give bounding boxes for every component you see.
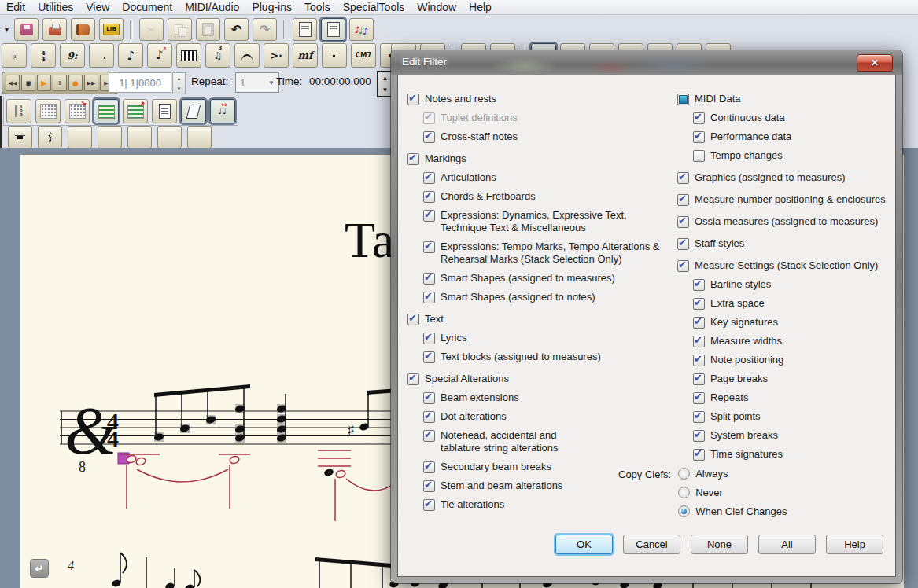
chord-tool-button[interactable]: CM7: [351, 43, 376, 68]
scroll-view-button[interactable]: [293, 18, 317, 41]
checkbox-checked[interactable]: [423, 292, 435, 303]
repeat-dropdown[interactable]: 1▼: [235, 72, 279, 93]
menu-plug-ins[interactable]: Plug-ins: [245, 1, 298, 13]
menu-specialtools[interactable]: SpecialTools: [337, 1, 411, 13]
checkbox-checked[interactable]: [407, 94, 419, 105]
cancel-button[interactable]: Cancel: [623, 535, 680, 554]
checkbox-checked[interactable]: [693, 317, 705, 329]
menu-edit[interactable]: Edit: [0, 1, 31, 13]
checkbox-checked[interactable]: [423, 112, 435, 124]
expression-tool-button[interactable]: mf: [293, 43, 318, 68]
filter-option[interactable]: Key signatures: [693, 316, 899, 329]
filter-option[interactable]: Cross-staff notes: [423, 130, 670, 143]
checkbox-checked[interactable]: [693, 430, 705, 442]
filter-option[interactable]: Text: [407, 313, 670, 325]
cut-button[interactable]: ✂: [139, 18, 164, 41]
menu-view[interactable]: View: [79, 1, 116, 13]
record-button[interactable]: ●: [68, 75, 83, 91]
thirtysecond-rest-button[interactable]: [127, 126, 152, 149]
filter-option[interactable]: Chords & Fretboards: [423, 190, 670, 203]
filter-option[interactable]: Ossia measures (assigned to measures): [677, 215, 899, 228]
radio-unselected[interactable]: [678, 468, 690, 480]
articulation-tool-button[interactable]: >: [264, 43, 289, 68]
save-button[interactable]: [14, 18, 39, 41]
copy-button[interactable]: [168, 18, 192, 41]
filter-option[interactable]: Smart Shapes (assigned to notes): [423, 291, 670, 303]
checkbox-checked[interactable]: [423, 480, 435, 492]
checkbox-checked[interactable]: [423, 172, 435, 184]
filter-option[interactable]: Tuplet definitions: [423, 112, 670, 124]
filter-option[interactable]: Performance data: [693, 130, 899, 143]
checkbox-checked[interactable]: [423, 273, 435, 285]
pause-button[interactable]: Ⅱ: [53, 75, 67, 91]
filter-option[interactable]: Time signatures: [693, 448, 899, 461]
filter-option[interactable]: Beam extensions: [423, 391, 670, 404]
measure-numbers-button[interactable]: 1 2 3: [6, 99, 31, 123]
checkbox-checked[interactable]: [677, 172, 689, 184]
filter-option[interactable]: Measure Settings (Stack Selection Only): [677, 259, 899, 272]
checkbox-checked[interactable]: [423, 131, 435, 143]
smart-shape-tool-button[interactable]: [234, 43, 260, 68]
filter-option[interactable]: Tempo changes: [693, 149, 899, 162]
eighth-rest-button[interactable]: [68, 126, 92, 149]
checkbox-checked[interactable]: [677, 216, 689, 228]
checkbox-checked[interactable]: [693, 392, 705, 404]
export-button[interactable]: [71, 18, 95, 41]
checkbox-checked[interactable]: [693, 411, 705, 423]
checkbox-unchecked[interactable]: [693, 150, 705, 162]
library-button[interactable]: LIB: [99, 18, 124, 41]
checkbox-checked[interactable]: [423, 241, 435, 253]
help-button[interactable]: Help: [826, 535, 883, 554]
copy-clefs-option[interactable]: Always: [678, 468, 787, 480]
filter-option[interactable]: Lyrics: [423, 332, 670, 344]
quarter-rest-button[interactable]: [38, 126, 62, 149]
filter-option[interactable]: MIDI Data: [677, 93, 899, 105]
checkbox-checked[interactable]: [423, 392, 435, 404]
undo-button[interactable]: ↶: [224, 18, 249, 41]
menu-utilities[interactable]: Utilities: [31, 1, 79, 13]
filter-option[interactable]: Staff styles: [677, 237, 899, 250]
filter-option[interactable]: Smart Shapes (assigned to measures): [423, 272, 670, 285]
checkbox-checked[interactable]: [423, 210, 435, 222]
filter-option[interactable]: Notehead, accidental and tablature strin…: [423, 429, 670, 454]
checkbox-checked[interactable]: [693, 355, 705, 366]
menu-midi-audio[interactable]: MIDI/Audio: [179, 1, 245, 13]
sixteenth-rest-button[interactable]: [98, 126, 122, 149]
grid-display-button[interactable]: [35, 99, 61, 123]
checkbox-checked[interactable]: [407, 314, 419, 325]
checkbox-checked[interactable]: [693, 336, 705, 347]
close-button[interactable]: ✕: [857, 54, 893, 72]
filter-option[interactable]: Notes and rests: [407, 93, 670, 105]
ok-button[interactable]: OK: [555, 535, 613, 554]
filter-option[interactable]: Graphics (assigned to measures): [677, 171, 899, 184]
radio-selected[interactable]: [678, 505, 690, 517]
checkbox-checked[interactable]: [677, 194, 689, 206]
checkbox-checked[interactable]: [677, 238, 689, 250]
measure-tool-button[interactable]: [89, 43, 114, 68]
whole-rest-button[interactable]: [8, 126, 32, 149]
filter-option[interactable]: Markings: [407, 153, 670, 165]
checkbox-checked[interactable]: [423, 333, 435, 344]
checkbox-checked[interactable]: [693, 112, 705, 124]
paste-button[interactable]: [196, 18, 220, 41]
staff-lines-attach-button[interactable]: [123, 99, 148, 123]
checkbox-checked[interactable]: [693, 373, 705, 385]
checkbox-checked[interactable]: [693, 279, 705, 291]
dialog-titlebar[interactable]: Edit Filter ✕: [391, 50, 902, 75]
filter-option[interactable]: Special Alterations: [407, 373, 670, 385]
sixtyfourth-rest-button[interactable]: [157, 126, 182, 149]
hyperscribe-tool-button[interactable]: [176, 43, 201, 68]
checkbox-checked[interactable]: [693, 449, 705, 461]
speedy-entry-tool-button[interactable]: ♪: [147, 43, 172, 68]
checkbox-checked[interactable]: [407, 153, 419, 165]
filter-option[interactable]: Barline styles: [693, 278, 899, 291]
checkbox-checked[interactable]: [423, 351, 435, 363]
filter-option[interactable]: System breaks: [693, 429, 899, 442]
filter-option[interactable]: Articulations: [423, 171, 670, 184]
simple-entry-tool-button[interactable]: ♪: [118, 43, 143, 68]
checkbox-checked[interactable]: [423, 191, 435, 203]
clef-tool-button[interactable]: 9:: [60, 43, 85, 68]
checkbox-checked[interactable]: [407, 373, 419, 385]
note-spacing-button[interactable]: ♩♩: [210, 99, 235, 123]
checkbox-checked[interactable]: [423, 461, 435, 473]
